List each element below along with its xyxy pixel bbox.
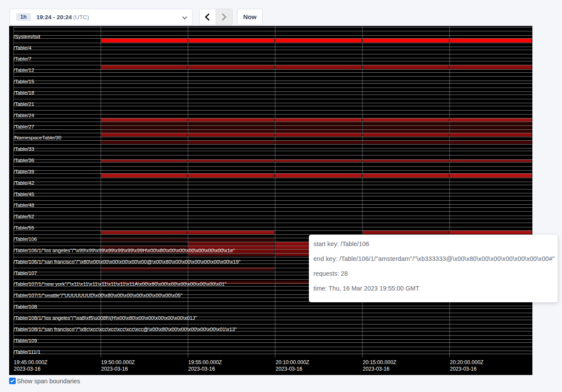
svg-text:19:50:00.000Z: 19:50:00.000Z — [101, 359, 135, 365]
svg-text:/Table/27: /Table/27 — [14, 124, 34, 129]
svg-text:/Table/111/1: /Table/111/1 — [14, 349, 41, 355]
svg-text:/Table/12: /Table/12 — [14, 67, 34, 73]
svg-text:2023-03-16: 2023-03-16 — [188, 366, 215, 372]
svg-text:/Table/108/1/"los angeles"/"\x: /Table/108/1/"los angeles"/"\xa8\xf5\u00… — [14, 315, 197, 321]
svg-text:/Table/4: /Table/4 — [14, 45, 31, 51]
svg-text:/Table/52: /Table/52 — [14, 213, 34, 219]
svg-text:/Table/106: /Table/106 — [14, 236, 37, 242]
svg-text:/Table/15: /Table/15 — [14, 78, 34, 84]
svg-text:2023-03-16: 2023-03-16 — [450, 366, 477, 372]
svg-text:/Table/107/1/"new york"/"\x11\: /Table/107/1/"new york"/"\x11\x11\x11\x1… — [14, 281, 227, 287]
svg-text:/Table/108/1/"san francisco"/": /Table/108/1/"san francisco"/"\x8c\xcc\x… — [14, 326, 237, 332]
svg-text:/Table/109: /Table/109 — [14, 338, 37, 343]
svg-text:/Table/42: /Table/42 — [14, 180, 34, 186]
svg-text:20:10:00.000Z: 20:10:00.000Z — [276, 359, 309, 365]
svg-text:20:15:00.000Z: 20:15:00.000Z — [363, 359, 396, 365]
svg-text:/Table/18: /Table/18 — [14, 90, 34, 95]
svg-text:/Table/7: /Table/7 — [14, 56, 31, 61]
svg-text:/NamespaceTable/30: /NamespaceTable/30 — [14, 135, 61, 140]
svg-text:2023-03-16: 2023-03-16 — [276, 366, 303, 372]
svg-text:2023-03-16: 2023-03-16 — [101, 366, 128, 372]
svg-text:/Table/45: /Table/45 — [14, 191, 34, 197]
svg-text:/Table/107: /Table/107 — [14, 270, 37, 276]
svg-text:/Table/48: /Table/48 — [14, 202, 34, 208]
svg-text:/Table/108: /Table/108 — [14, 304, 37, 309]
svg-text:/Table/55: /Table/55 — [14, 225, 34, 230]
svg-text:2023-03-16: 2023-03-16 — [14, 366, 41, 372]
svg-text:/Table/33: /Table/33 — [14, 146, 34, 152]
svg-text:/Table/21: /Table/21 — [14, 101, 34, 107]
svg-text:/Table/106/1/"los angeles"/"\x: /Table/106/1/"los angeles"/"\x99\x99\x99… — [14, 247, 235, 253]
svg-text:2023-03-16: 2023-03-16 — [363, 366, 390, 372]
svg-text:/Table/39: /Table/39 — [14, 169, 34, 174]
svg-text:/Table/106/1/"san francisco"/": /Table/106/1/"san francisco"/"\x80\x00\x… — [14, 259, 240, 264]
svg-text:/System/tsd: /System/tsd — [14, 34, 40, 39]
svg-text:/Table/36: /Table/36 — [14, 157, 34, 163]
svg-text:20:20:00.000Z: 20:20:00.000Z — [450, 359, 484, 365]
svg-text:19:55:00.000Z: 19:55:00.000Z — [188, 359, 222, 365]
svg-text:19:45:00.000Z: 19:45:00.000Z — [14, 359, 47, 365]
svg-text:/Table/24: /Table/24 — [14, 112, 34, 118]
svg-text:/Table/107/1/"seattle"/"UUUUUU: /Table/107/1/"seattle"/"UUUUUUUD\x00\x80… — [14, 292, 183, 298]
